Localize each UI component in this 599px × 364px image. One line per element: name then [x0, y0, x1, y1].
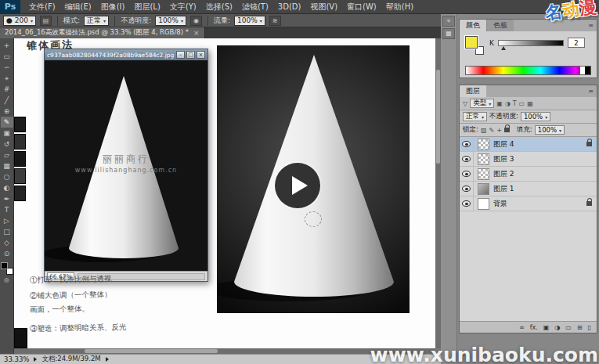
menu-layer[interactable]: 图层(L)	[129, 0, 164, 14]
layer-thumbnail[interactable]	[478, 168, 489, 180]
dodge-tool[interactable]: ◐	[1, 182, 13, 193]
healing-brush-tool[interactable]: ⊕	[1, 106, 13, 117]
k-value-field[interactable]: 2	[568, 38, 585, 48]
layer-name[interactable]: 图层 2	[493, 169, 597, 179]
filter-type-icon[interactable]: T	[513, 100, 517, 107]
hand-tool[interactable]: ◇	[1, 237, 13, 248]
flow-select[interactable]: 100% ▾	[234, 16, 265, 26]
menu-select[interactable]: 选择(S)	[201, 0, 237, 14]
menu-view[interactable]: 视图(V)	[305, 0, 342, 14]
link-layers-icon[interactable]: ∞	[519, 324, 525, 331]
layer-row[interactable]: 图层 3	[460, 152, 597, 167]
eye-icon[interactable]	[462, 141, 471, 147]
menu-type[interactable]: 文字(Y)	[165, 0, 201, 14]
scrollbar-thumb[interactable]	[436, 70, 440, 164]
layer-row[interactable]: 图层 1	[460, 182, 597, 196]
tab-swatches[interactable]: 色板	[486, 20, 514, 31]
visibility-cell[interactable]	[460, 182, 474, 196]
zoom-level[interactable]: 33.33%	[4, 355, 29, 363]
lock-all-icon[interactable]	[504, 128, 510, 132]
video-frame[interactable]	[217, 45, 410, 313]
color-spectrum-bar[interactable]	[465, 66, 591, 75]
visibility-cell[interactable]	[460, 152, 474, 166]
layer-name[interactable]: 图层 1	[493, 184, 597, 194]
layer-row[interactable]: 图层 4	[460, 137, 597, 152]
fill-field[interactable]: 100% ▾	[535, 125, 565, 135]
shape-tool[interactable]: □	[1, 226, 13, 237]
status-menu-icon[interactable]	[106, 357, 109, 362]
path-select-tool[interactable]: ▷	[1, 215, 13, 226]
layer-mask-icon[interactable]: ▣	[543, 324, 550, 331]
eye-icon[interactable]	[462, 171, 471, 177]
filter-pixel-icon[interactable]: ▣	[496, 100, 503, 107]
magic-wand-tool[interactable]: ⌖	[1, 73, 13, 84]
close-icon[interactable]: ×	[197, 51, 205, 59]
menu-filter[interactable]: 滤镜(T)	[237, 0, 273, 14]
mode-select[interactable]: 正常 ▾	[84, 16, 109, 26]
menu-window[interactable]: 窗口(W)	[342, 0, 381, 14]
filter-shape-icon[interactable]: ▭	[519, 100, 525, 107]
foreground-color-swatch[interactable]	[465, 36, 478, 49]
menu-image[interactable]: 图像(I)	[96, 0, 130, 14]
layer-row[interactable]: 背景	[460, 196, 597, 211]
delete-layer-icon[interactable]: ▯	[588, 324, 591, 331]
layer-thumbnail[interactable]	[478, 183, 489, 195]
adjustment-layer-icon[interactable]: ◑	[554, 324, 560, 331]
marquee-tool[interactable]: ▭	[1, 51, 13, 62]
quick-mask-button[interactable]: ◎	[1, 275, 13, 284]
lock-transparent-icon[interactable]: ▨	[481, 127, 487, 134]
layer-thumbnail[interactable]	[478, 139, 489, 150]
panel-menu-icon[interactable]: ≡	[585, 85, 597, 97]
filter-adjustment-icon[interactable]: ◑	[505, 100, 511, 107]
panel-menu-icon[interactable]: ≡	[585, 20, 597, 31]
layer-filter-select[interactable]: 类型 ▾	[470, 99, 494, 108]
type-tool[interactable]: T	[1, 204, 13, 215]
blend-mode-select[interactable]: 正常 ▾	[463, 112, 487, 121]
eye-icon[interactable]	[462, 200, 471, 207]
scrollbar-thumb[interactable]	[85, 349, 218, 353]
airbrush-icon[interactable]: ≋	[269, 16, 281, 26]
black-swatch[interactable]	[585, 67, 590, 74]
layer-name[interactable]: 图层 3	[493, 154, 597, 164]
collapse-panels-icon[interactable]: «	[442, 16, 455, 27]
menu-3d[interactable]: 3D(D)	[273, 0, 306, 14]
minimize-icon[interactable]: –	[176, 51, 185, 59]
eye-icon[interactable]	[462, 156, 471, 162]
layer-row[interactable]: 图层 2	[460, 167, 597, 182]
layer-name[interactable]: 背景	[493, 199, 586, 209]
document-page[interactable]: 锥体画法 c937aab08280447439f2a08b9ae584c2.jp…	[14, 38, 435, 348]
zoom-tool[interactable]: ⊙	[1, 248, 13, 259]
layer-effects-icon[interactable]: fx.	[530, 324, 538, 331]
visibility-cell[interactable]	[460, 137, 474, 151]
play-button[interactable]	[275, 163, 320, 208]
filter-smart-icon[interactable]: ▦	[527, 100, 533, 107]
clone-stamp-tool[interactable]: ▣	[1, 128, 13, 139]
close-icon[interactable]: ×	[193, 29, 200, 37]
slider-handle-icon[interactable]	[501, 46, 506, 50]
white-swatch[interactable]	[579, 67, 585, 74]
layer-name[interactable]: 图层 4	[493, 139, 586, 150]
lock-position-icon[interactable]: +	[496, 127, 502, 134]
eye-icon[interactable]	[462, 186, 471, 192]
vertical-scrollbar[interactable]	[435, 38, 441, 348]
k-slider[interactable]	[498, 40, 564, 46]
layer-thumbnail[interactable]	[478, 153, 489, 165]
brush-tool[interactable]: ✎	[1, 117, 13, 128]
lock-pixels-icon[interactable]: ✎	[489, 127, 494, 134]
visibility-cell[interactable]	[460, 167, 474, 181]
layer-thumbnail[interactable]	[478, 198, 489, 210]
layer-opacity-field[interactable]: 100% ▾	[521, 112, 550, 121]
image-window[interactable]: c937aab08280447439f2a08b9ae584c2.jpg @ 6…	[44, 49, 208, 282]
visibility-cell[interactable]	[460, 196, 474, 211]
lasso-tool[interactable]: ∽	[1, 62, 13, 73]
image-window-titlebar[interactable]: c937aab08280447439f2a08b9ae584c2.jpg @ 6…	[45, 49, 207, 60]
maximize-icon[interactable]: □	[186, 51, 195, 59]
gradient-tool[interactable]: ▦	[1, 160, 13, 171]
tab-layers[interactable]: 图层	[460, 85, 486, 97]
brush-preset-picker[interactable]: ● 200 ▾	[3, 16, 36, 26]
foreground-color-swatch[interactable]	[1, 262, 8, 269]
blur-tool[interactable]: ○	[1, 171, 13, 182]
layer-group-icon[interactable]: ▭	[565, 324, 572, 331]
tab-color[interactable]: 颜色	[460, 20, 486, 31]
move-tool[interactable]: +	[1, 40, 13, 51]
